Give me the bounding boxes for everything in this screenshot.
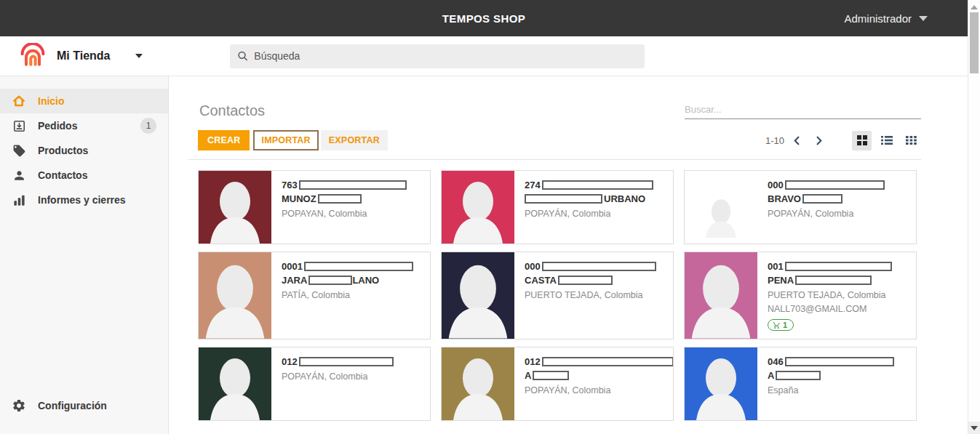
chevron-left-icon [792,135,802,146]
contact-name: BRAVO [768,193,801,204]
person-silhouette-icon [199,171,271,244]
contacts-filter-search[interactable] [685,103,921,119]
contact-card[interactable]: 001 PENA PUERTO TEJADA, Colombia NALL703… [684,252,917,339]
contact-card[interactable]: 012 POPAYÁN, Colombia [198,347,431,421]
redaction-box [299,357,394,366]
tag-icon [11,142,27,158]
contact-code: 0001 [282,261,303,272]
contact-location: España [768,385,894,395]
sidebar: Inicio Pedidos 1 Productos [0,76,169,434]
store-name: Mi Tienda [57,49,111,63]
sidebar-item-contactos[interactable]: Contactos [0,163,168,188]
contact-code: 000 [525,261,541,272]
contact-code: 001 [768,261,784,272]
import-button[interactable]: IMPORTAR [253,130,318,150]
contact-name: CASTA [525,275,557,286]
chevron-down-icon [135,54,143,58]
contact-name: URBANO [604,193,645,204]
app-window: TEMPOS SHOP Administrador Mi Tienda [0,0,980,434]
prev-page-button[interactable] [787,131,806,150]
chevron-right-icon [813,135,824,146]
redaction-box [525,194,602,204]
contact-avatar [199,252,271,339]
next-page-button[interactable] [809,131,828,150]
user-name: Administrador [844,12,912,25]
redaction-box [318,194,362,204]
page-title: Contactos [199,103,265,119]
contact-avatar [442,347,514,420]
contact-avatar [199,347,271,420]
contact-card[interactable]: 0001 JARALANO PATÍA, Colombia [198,252,431,339]
contact-code: 012 [282,356,298,367]
person-silhouette-icon [685,252,757,339]
grid-view-button[interactable] [901,131,921,150]
contact-avatar [685,347,757,420]
sidebar-item-configuracion[interactable]: Configuración [0,393,168,418]
global-search[interactable] [230,44,645,68]
contact-card[interactable]: 000 CASTA PUERTO TEJADA, Colombia [441,252,674,339]
redaction-box [533,371,569,380]
create-button[interactable]: CREAR [198,130,250,150]
bar-chart-icon [11,192,27,208]
contact-card[interactable]: 763 MUNOZ POPAYAN, Colombia [198,170,431,244]
contact-avatar [199,171,271,244]
contact-card[interactable]: 046 A España [684,347,917,421]
kanban-view-button[interactable] [852,131,872,150]
contact-location: PATÍA, Colombia [282,290,413,300]
scrollbar-thumb[interactable] [970,12,979,73]
sidebar-item-label: Pedidos [38,120,77,132]
contact-card[interactable]: 274 URBANO POPAYÁN, Colombia [441,170,674,244]
contact-location: POPAYÁN, Colombia [525,385,663,395]
sidebar-item-inicio[interactable]: Inicio [0,89,168,113]
contact-code: 012 [525,356,541,367]
contact-location: POPAYÁN, Colombia [525,209,653,219]
contact-card[interactable]: 000 BRAVO POPAYÁN, Colombia [684,170,917,244]
pedidos-count-badge: 1 [140,118,156,134]
contact-code: 046 [768,356,784,367]
redaction-box [304,262,413,271]
contact-code: 763 [282,180,298,190]
sidebar-item-productos[interactable]: Productos [0,138,168,163]
sidebar-item-pedidos[interactable]: Pedidos 1 [0,113,168,138]
search-icon [237,50,248,62]
contact-name: MUNOZ [282,193,316,204]
contact-name: A [768,370,774,381]
chevron-down-icon [919,16,928,21]
redaction-box [542,357,673,366]
export-button[interactable]: EXPORTAR [321,130,388,150]
global-search-input[interactable] [254,50,637,62]
redaction-box [558,276,613,285]
cart-count-badge[interactable]: 1 [768,319,794,331]
contact-location: POPAYAN, Colombia [282,209,407,219]
user-menu[interactable]: Administrador [844,0,928,36]
list-view-button[interactable] [877,131,896,150]
redaction-box [785,262,892,271]
person-silhouette-icon [698,178,744,238]
kanban-view-icon [857,135,867,145]
contact-avatar [442,171,514,244]
contact-code: 274 [525,180,541,190]
scroll-down-arrow[interactable] [968,422,980,434]
topbar: TEMPOS SHOP Administrador [0,0,968,36]
contact-avatar [685,171,757,244]
sidebar-item-label: Productos [38,145,88,156]
scroll-up-arrow[interactable] [968,2,980,12]
person-silhouette-icon [199,252,271,339]
grid-view-icon [906,135,917,145]
contact-name: A [525,370,531,381]
vertical-scrollbar [968,0,980,434]
contact-name: PENA [768,275,794,286]
sidebar-item-informes[interactable]: Informes y cierres [0,188,168,212]
person-silhouette-icon [442,347,514,420]
redaction-box [795,276,872,285]
store-switcher[interactable]: Mi Tienda [19,43,157,69]
contact-email: NALL703@GMAIL.COM [768,304,892,314]
redaction-box [542,180,653,190]
sidebar-item-label: Informes y cierres [38,194,126,206]
redaction-box [542,262,656,271]
contact-card[interactable]: 012 A POPAYÁN, Colombia [441,347,674,421]
main-content: Contactos CREAR IMPORTAR EXPORTAR 1-10 [170,76,968,434]
contacts-filter-input[interactable] [685,104,921,115]
contact-location: POPAYÁN, Colombia [768,209,885,219]
redaction-box [785,357,894,366]
